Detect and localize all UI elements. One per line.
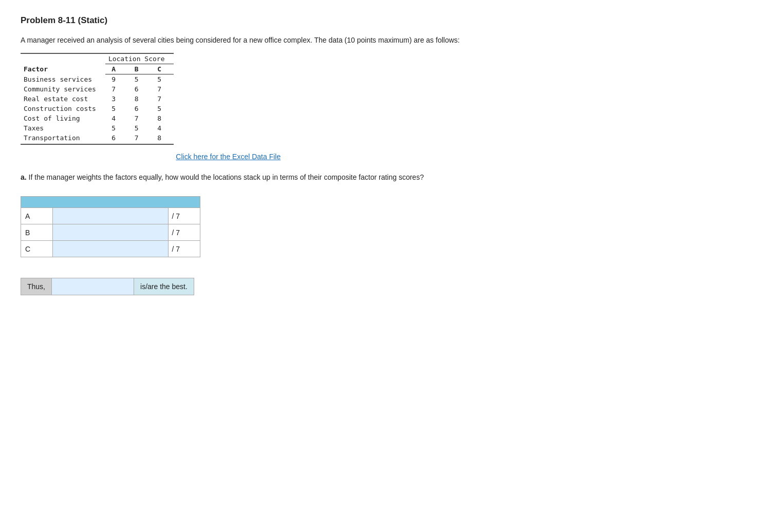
answer-row-label: C: [21, 241, 53, 257]
answer-row-suffix: / 7: [169, 224, 200, 241]
table-cell-score: 5: [105, 123, 128, 133]
answer-row-input-cell[interactable]: [52, 241, 169, 257]
answer-table-row: A/ 7: [21, 208, 200, 224]
col-header-c: C: [151, 64, 174, 74]
table-cell-factor: Cost of living: [21, 113, 105, 123]
thus-label: Thus,: [21, 278, 52, 295]
table-cell-score: 6: [128, 84, 151, 94]
answer-table-row: B/ 7: [21, 224, 200, 241]
table-cell-score: 8: [151, 113, 174, 123]
table-cell-score: 5: [105, 104, 128, 113]
table-cell-score: 7: [151, 94, 174, 104]
table-row: Community services767: [21, 84, 174, 94]
question-a-body: If the manager weights the factors equal…: [29, 173, 424, 181]
answer-row-suffix: / 7: [169, 208, 200, 224]
answer-table: A/ 7B/ 7C/ 7: [21, 196, 200, 257]
table-row: Taxes554: [21, 123, 174, 133]
table-cell-score: 5: [151, 104, 174, 113]
answer-table-row: C/ 7: [21, 241, 200, 257]
table-cell-score: 5: [151, 74, 174, 85]
table-row: Business services955: [21, 74, 174, 85]
col-header-a: A: [105, 64, 128, 74]
thus-suffix: is/are the best.: [134, 278, 194, 295]
col-header-b: B: [128, 64, 151, 74]
table-cell-score: 4: [151, 123, 174, 133]
question-a-text: a. If the manager weights the factors eq…: [21, 172, 762, 183]
table-cell-factor: Real estate cost: [21, 94, 105, 104]
table-cell-score: 7: [128, 113, 151, 123]
table-cell-score: 8: [151, 133, 174, 144]
answer-input-a[interactable]: [53, 208, 169, 224]
table-cell-score: 9: [105, 74, 128, 85]
question-a-label: a.: [21, 173, 27, 181]
table-cell-score: 5: [128, 74, 151, 85]
intro-text: A manager received an analysis of severa…: [21, 35, 762, 46]
answer-input-c[interactable]: [53, 241, 169, 257]
page-title: Problem 8-11 (Static): [21, 15, 762, 26]
answer-row-input-cell[interactable]: [52, 208, 169, 224]
thus-section: Thus, is/are the best.: [21, 278, 762, 295]
answer-row-label: A: [21, 208, 53, 224]
location-score-header: Location Score: [105, 54, 174, 64]
table-cell-score: 3: [105, 94, 128, 104]
excel-link[interactable]: Click here for the Excel Data File: [176, 153, 281, 161]
col-header-factor: Factor: [21, 64, 105, 74]
answer-input-b[interactable]: [53, 224, 169, 240]
table-cell-factor: Taxes: [21, 123, 105, 133]
answer-row-suffix: / 7: [169, 241, 200, 257]
data-table: Location Score Factor A B C Business ser…: [21, 54, 174, 145]
table-cell-factor: Community services: [21, 84, 105, 94]
table-cell-factor: Transportation: [21, 133, 105, 144]
table-row: Transportation678: [21, 133, 174, 144]
answer-row-label: B: [21, 224, 53, 241]
data-table-wrapper: Location Score Factor A B C Business ser…: [21, 53, 174, 159]
answer-section: A/ 7B/ 7C/ 7: [21, 196, 762, 257]
answer-row-input-cell[interactable]: [52, 224, 169, 241]
table-cell-score: 7: [105, 84, 128, 94]
table-row: Cost of living478: [21, 113, 174, 123]
thus-input-wrapper[interactable]: [52, 278, 134, 295]
table-cell-score: 8: [128, 94, 151, 104]
table-row: Real estate cost387: [21, 94, 174, 104]
table-cell-factor: Business services: [21, 74, 105, 85]
table-cell-score: 5: [128, 123, 151, 133]
table-cell-score: 4: [105, 113, 128, 123]
table-cell-score: 6: [128, 104, 151, 113]
answer-header-cell: [21, 197, 200, 208]
table-cell-score: 7: [128, 133, 151, 144]
table-cell-factor: Construction costs: [21, 104, 105, 113]
table-cell-score: 6: [105, 133, 128, 144]
thus-input[interactable]: [52, 278, 134, 295]
answer-table-header: [21, 197, 200, 208]
table-cell-score: 7: [151, 84, 174, 94]
table-row: Construction costs565: [21, 104, 174, 113]
